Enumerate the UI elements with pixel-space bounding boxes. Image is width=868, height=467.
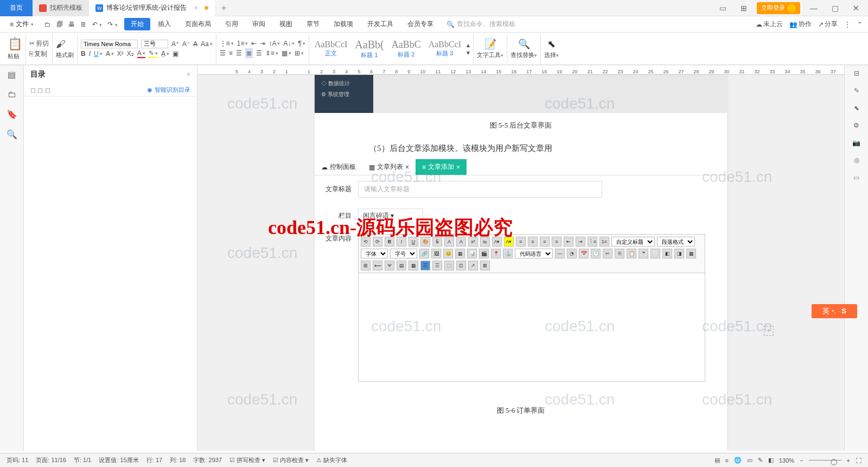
tab-document[interactable]: W 博客论坛管理系统-设计报告 × — [89, 0, 215, 16]
view-outline-icon[interactable]: ≡ — [725, 457, 729, 464]
style-h1[interactable]: AaBb(标题 1 — [353, 37, 386, 60]
cursor-tool-icon[interactable]: ⬉ — [854, 104, 859, 112]
status-content-check[interactable]: ☑ 内容检查 ▾ — [273, 456, 309, 464]
view-note-icon[interactable]: ✎ — [758, 457, 763, 464]
status-missing-font[interactable]: ⚠ 缺失字体 — [316, 456, 347, 464]
status-words[interactable]: 字数: 2937 — [193, 456, 222, 464]
bullet-list-icon[interactable]: ⋮≡▾ — [220, 40, 234, 47]
toc-close-icon[interactable]: × — [187, 71, 190, 78]
camera-icon[interactable]: 📷 — [852, 139, 860, 147]
horizontal-ruler[interactable]: 5432112345678910111213141516171819202122… — [197, 65, 844, 75]
shading-icon[interactable]: ▦▾ — [282, 49, 291, 57]
redo-icon[interactable]: ↷ ▾ — [107, 21, 117, 28]
style-h2[interactable]: AaBbC标题 2 — [390, 38, 423, 60]
align-left-icon[interactable]: ☰ — [220, 49, 226, 57]
menu-reference[interactable]: 引用 — [219, 20, 245, 29]
search-panel-icon[interactable]: 🔍 — [7, 129, 17, 140]
status-row[interactable]: 行: 17 — [146, 456, 162, 464]
maximize-button[interactable]: ▢ — [827, 2, 843, 15]
login-button[interactable]: 立即登录 — [757, 2, 800, 14]
bookmark-icon[interactable]: 🔖 — [7, 109, 17, 119]
clear-format-icon[interactable]: A̶ — [193, 40, 197, 48]
save-icon[interactable]: 🗐 — [56, 21, 63, 28]
menu-start[interactable]: 开始 — [124, 18, 150, 30]
file-panel-icon[interactable]: 🗀 — [8, 90, 16, 99]
align-justify-icon[interactable]: ≣ — [245, 48, 253, 58]
new-tab-button[interactable]: + — [215, 3, 233, 13]
text-tool-icon[interactable]: 📝 — [477, 38, 503, 50]
text-direction-icon[interactable]: ↕A▾ — [269, 40, 280, 47]
status-pos[interactable]: 设置值: 15厘米 — [99, 456, 138, 464]
close-button[interactable]: ✕ — [848, 2, 864, 15]
folder-icon[interactable]: 🗀 — [44, 21, 51, 28]
toc-smart-detect[interactable]: ◉ 智能识别目录 — [147, 86, 190, 94]
fullscreen-icon[interactable]: ⛶ — [856, 457, 861, 464]
menu-dev[interactable]: 开发工具 — [361, 20, 400, 29]
toc-levels[interactable]: ◻ ◻ ◻ — [30, 86, 50, 94]
status-page[interactable]: 页面: 11/16 — [36, 456, 66, 464]
document-area[interactable]: 5432112345678910111213141516171819202122… — [197, 65, 844, 451]
not-cloud-button[interactable]: ☁ 未上云 — [756, 20, 783, 29]
preview-icon[interactable]: 🗎 — [80, 21, 87, 28]
edit-tool-icon[interactable]: ✎ — [854, 87, 859, 94]
distribute-icon[interactable]: ☰ — [256, 49, 262, 57]
toolbox-icon[interactable]: ⊟ — [854, 70, 859, 77]
select-icon[interactable]: ⬉ — [544, 38, 559, 50]
align-center-icon[interactable]: ≡ — [229, 49, 233, 57]
compass-icon[interactable]: ◎ — [854, 156, 859, 164]
format-painter-icon[interactable]: 🖌 — [56, 39, 74, 50]
status-page-no[interactable]: 页码: 11 — [7, 456, 28, 464]
font-name-select[interactable] — [81, 40, 138, 48]
view-focus-icon[interactable]: ◧ — [768, 457, 774, 464]
paste-icon[interactable]: 📋 — [8, 37, 22, 51]
strike-icon[interactable]: A̵▾ — [106, 50, 114, 58]
find-icon[interactable]: 🔍 — [510, 38, 537, 50]
highlight-icon[interactable]: ✎▾ — [149, 49, 158, 58]
share-button[interactable]: ↗ 分享 — [818, 20, 838, 29]
add-comment-button[interactable]: + — [764, 326, 774, 336]
command-search[interactable]: 🔍 查找命令、搜索模板 — [446, 20, 515, 29]
style-normal[interactable]: AaBbCcI正文 — [312, 39, 349, 59]
style-h3[interactable]: AaBbCcI标题 3 — [426, 39, 463, 59]
menu-view[interactable]: 视图 — [273, 20, 299, 29]
subscript-icon[interactable]: X₂ — [127, 50, 134, 58]
ime-indicator[interactable]: 英 •, ⸱ S — [812, 304, 857, 318]
align-right-icon[interactable]: ☰ — [236, 49, 242, 57]
view-read-icon[interactable]: ▭ — [747, 457, 752, 464]
superscript-icon[interactable]: X² — [117, 50, 124, 58]
tab-find-template[interactable]: 找稻壳模板 — [33, 0, 89, 16]
menu-page-layout[interactable]: 页面布局 — [178, 20, 218, 29]
style-more-icon[interactable]: ▴▾ — [467, 41, 470, 56]
change-case-icon[interactable]: Aa▾ — [201, 40, 213, 48]
bold-icon[interactable]: B — [81, 50, 86, 58]
view-page-icon[interactable]: ▤ — [714, 457, 720, 464]
undo-icon[interactable]: ↶ ▾ — [92, 21, 102, 28]
view-web-icon[interactable]: 🌐 — [734, 457, 742, 464]
status-section[interactable]: 节: 1/1 — [74, 456, 91, 464]
decrease-font-icon[interactable]: A⁻ — [182, 40, 190, 48]
layout-icon[interactable]: ▭ — [715, 2, 731, 15]
line-spacing-icon[interactable]: ⇕≡▾ — [265, 49, 278, 57]
menu-addon[interactable]: 加载项 — [327, 20, 360, 29]
sort-icon[interactable]: A↓▾ — [283, 40, 295, 47]
zoom-level[interactable]: 130% — [779, 457, 794, 464]
settings-tool-icon[interactable]: ⚙ — [853, 122, 859, 129]
status-spellcheck[interactable]: ☑ 拼写检查 ▾ — [229, 456, 265, 464]
menu-insert[interactable]: 插入 — [151, 20, 177, 29]
zoom-in-icon[interactable]: + — [847, 457, 850, 464]
menu-review[interactable]: 审阅 — [246, 20, 272, 29]
copy-button[interactable]: ⎘ 复制 — [29, 49, 49, 59]
show-marks-icon[interactable]: ¶▾ — [298, 40, 305, 47]
tab-home[interactable]: 首页 — [0, 0, 33, 16]
zoom-slider[interactable]: ◯ — [809, 460, 841, 460]
menu-member[interactable]: 会员专享 — [401, 20, 440, 29]
number-list-icon[interactable]: 1≡▾ — [237, 40, 248, 47]
font-color-icon[interactable]: A▾ — [137, 49, 145, 58]
status-col[interactable]: 列: 18 — [170, 456, 186, 464]
cut-button[interactable]: ✂ 剪切 — [29, 39, 49, 48]
apps-icon[interactable]: ⊞ — [736, 2, 751, 15]
phonetic-icon[interactable]: A̤▾ — [161, 50, 169, 58]
outline-icon[interactable]: ▤ — [8, 70, 16, 80]
increase-font-icon[interactable]: A⁺ — [171, 40, 179, 48]
menu-chapter[interactable]: 章节 — [300, 20, 326, 29]
